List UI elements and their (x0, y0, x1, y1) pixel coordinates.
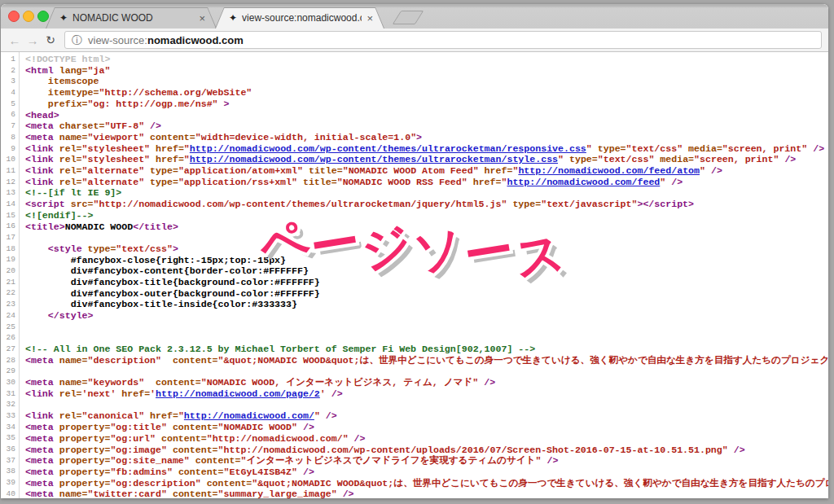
line-number: 29 (1, 366, 19, 377)
line-number: 7 (1, 121, 19, 132)
tab-view-source[interactable]: ✦ view-source:nomadicwood.com × (215, 7, 384, 28)
source-token: rel= (59, 165, 82, 176)
source-token: type= (88, 243, 116, 254)
source-token: "og:site_name" (110, 455, 195, 466)
back-button[interactable]: ← (6, 34, 24, 46)
line-number: 26 (1, 332, 19, 344)
source-link[interactable]: http://nomadicwood.com/feed/atom (518, 165, 700, 176)
source-link[interactable]: http://nomadicwood.com/wp-content/themes… (190, 154, 558, 164)
source-line: <head> (25, 110, 828, 121)
source-token: content= (173, 422, 218, 432)
source-token: > (416, 132, 422, 142)
tab-strip: ✦ NOMADIC WOOD × ✦ view-source:nomadicwo… (1, 4, 828, 28)
source-token: <meta (25, 478, 59, 489)
source-token: content= (173, 355, 218, 366)
source-token: itemtype= (48, 87, 99, 98)
source-token: href= (121, 388, 150, 399)
source-token: <meta (25, 489, 59, 498)
source-token: /> (484, 377, 495, 388)
source-line: <!-- All in One SEO Pack 2.3.12.5 by Mic… (25, 344, 828, 355)
source-token: "fb:admins" (110, 467, 178, 477)
source-line: <link rel="canonical" href="http://nomad… (25, 410, 828, 422)
source-token: "summary_large_image" (218, 489, 343, 498)
source-token: " (586, 143, 598, 154)
browser-window: ✦ NOMADIC WOOD × ✦ view-source:nomadicwo… (1, 4, 828, 498)
source-token: "stylesheet" (82, 143, 156, 154)
source-token: <meta (25, 132, 59, 142)
source-link[interactable]: http://nomadicwood.com/wp-content/themes… (190, 143, 586, 154)
close-window-button[interactable] (8, 11, 20, 22)
source-line: prefix="og: http://ogp.me/ns#" > (25, 99, 828, 110)
reload-button[interactable]: ↻ (42, 34, 59, 46)
line-number: 13 (1, 187, 19, 199)
source-line: <meta name="viewport" content="width=dev… (25, 132, 828, 143)
forward-button[interactable]: → (24, 34, 42, 46)
source-line: <meta property="og:url" content="http://… (25, 433, 828, 445)
line-number: 2 (1, 65, 19, 77)
source-line: <meta name="description" content="&quot;… (25, 355, 828, 366)
source-line: <meta charset="UTF-8" /> (25, 121, 828, 132)
source-line: <link rel="alternate" type="application/… (25, 165, 828, 177)
source-token: " (314, 410, 326, 421)
source-token: <meta (25, 455, 59, 466)
source-link[interactable]: http://nomadicwood.com/page/2 (156, 388, 320, 399)
line-number: 19 (1, 254, 19, 265)
source-token: media= (688, 143, 722, 154)
source-token: <meta (25, 377, 59, 388)
source-line: <style type="text/css"> (25, 243, 828, 255)
tab-close-icon[interactable]: × (199, 13, 205, 24)
new-tab-button[interactable] (393, 11, 424, 24)
line-number: 23 (1, 299, 19, 310)
source-line: <!DOCTYPE html> (25, 54, 828, 65)
line-number: 4 (1, 87, 19, 99)
line-number: 6 (1, 109, 19, 121)
source-token: > (224, 99, 230, 109)
source-token: "text/css" (626, 143, 689, 154)
source-token: <link (25, 165, 59, 176)
source-token: property= (59, 445, 111, 455)
source-token: " (700, 165, 711, 176)
source-token: <meta (25, 355, 59, 366)
source-line: <meta name="twitter:card" content="summa… (25, 489, 828, 498)
line-number: 21 (1, 277, 19, 288)
source-link[interactable]: http://nomadicwood.com/feed (507, 177, 660, 187)
source-token: property= (59, 433, 111, 444)
page-info-icon[interactable]: ⓘ (72, 35, 82, 46)
source-token: property= (59, 422, 111, 432)
tab-favicon-icon: ✦ (229, 13, 237, 23)
line-number: 3 (1, 76, 19, 87)
source-link[interactable]: http://nomadicwood.com/ (184, 410, 314, 421)
line-number: 15 (1, 210, 19, 221)
line-number: 14 (1, 199, 19, 210)
source-token: href= (473, 177, 502, 187)
line-number: 33 (1, 410, 19, 422)
source-line: div#fancybox-content{border-color:#FFFFF… (25, 265, 828, 277)
source-token: "&quot;NOMADIC WOOD&quot;は、世界中どこにいてもこの身一… (252, 478, 828, 489)
tab-close-icon[interactable]: × (367, 13, 373, 24)
address-bar[interactable]: ⓘ view-source: nomadicwood.com (64, 31, 822, 49)
source-token: NOMADIC WOOD (65, 221, 134, 232)
source-token: "width=device-width, initial-scale=1.0" (195, 132, 416, 142)
source-token: /> (784, 154, 796, 164)
source-token: <![endif]--> (25, 210, 94, 221)
source-token: <meta (25, 433, 59, 444)
line-number: 36 (1, 444, 19, 455)
tab-nomadic-wood[interactable]: ✦ NOMADIC WOOD × (46, 7, 217, 28)
line-number: 17 (1, 232, 19, 243)
source-token: "ja" (88, 65, 111, 76)
line-number: 1 (1, 54, 19, 65)
source-token: "og:description" (110, 478, 206, 489)
source-line: </style> (25, 310, 828, 322)
source-token: " (660, 177, 671, 187)
source-token: "viewport" (88, 132, 151, 142)
source-token: <link (25, 154, 59, 164)
source-token: content= (150, 132, 195, 142)
source-token: "&quot;NOMADIC WOOD&quot;は、世界中どこにいてもこの身一… (218, 355, 828, 366)
browser-toolbar: ← → ↻ ⓘ view-source: nomadicwood.com (1, 28, 828, 52)
line-number: 38 (1, 466, 19, 477)
source-token: <head> (25, 110, 59, 121)
source-token: div#fancybox-title-inside{color:#333333} (25, 299, 297, 309)
source-line: <script src="http://nomadicwood.com/wp-c… (25, 199, 828, 210)
minimize-window-button[interactable] (23, 11, 34, 22)
source-token: " (558, 154, 569, 164)
